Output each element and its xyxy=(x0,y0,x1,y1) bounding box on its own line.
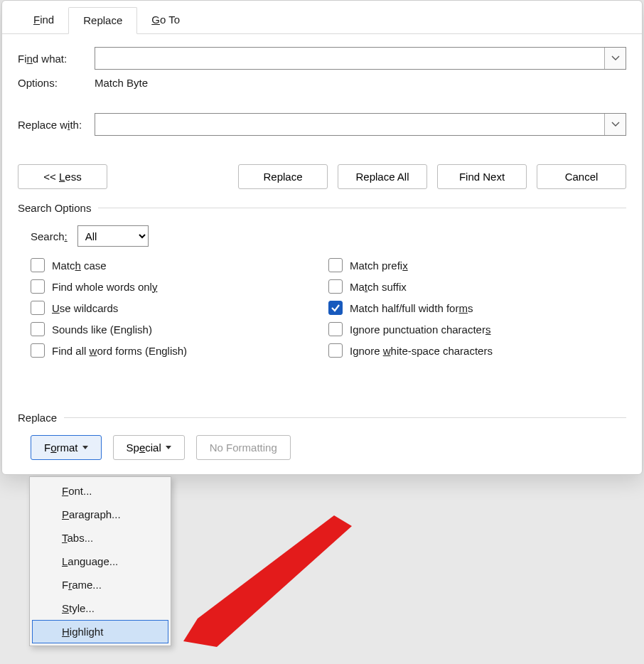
ignore-whitespace-checkbox[interactable]: Ignore white-space characters xyxy=(328,343,626,358)
checkbox-icon xyxy=(31,279,45,294)
chevron-down-icon xyxy=(611,120,620,129)
annotation-arrow-icon xyxy=(171,512,355,661)
search-options-heading: Search Options xyxy=(18,202,91,214)
match-prefix-checkbox[interactable]: Match prefix xyxy=(328,258,626,272)
half-full-width-checkbox[interactable]: Match half/full width forms xyxy=(328,301,626,315)
whole-words-checkbox[interactable]: Find whole words only xyxy=(31,279,328,294)
menu-item-font[interactable]: Font... xyxy=(32,479,168,503)
find-what-label: Find what: xyxy=(18,53,95,65)
match-prefix-label: Match prefix xyxy=(350,259,408,272)
find-what-dropdown-arrow[interactable] xyxy=(604,48,626,69)
chevron-down-icon xyxy=(611,54,620,63)
replace-with-input[interactable] xyxy=(95,114,604,135)
find-what-combo[interactable] xyxy=(95,47,626,70)
replace-section-heading: Replace xyxy=(18,412,57,424)
checkbox-icon xyxy=(328,301,343,315)
word-forms-checkbox[interactable]: Find all word forms (English) xyxy=(31,343,328,358)
options-value: Match Byte xyxy=(95,77,148,89)
match-suffix-label: Match suffix xyxy=(350,281,407,293)
special-button[interactable]: Special xyxy=(113,435,185,460)
menu-item-frame[interactable]: Frame... xyxy=(32,573,168,596)
replace-all-button[interactable]: Replace All xyxy=(338,164,427,189)
menu-item-tabs[interactable]: Tabs... xyxy=(32,526,168,550)
menu-item-highlight[interactable]: Highlight xyxy=(32,620,168,643)
search-direction-label: Search: xyxy=(31,230,68,242)
svg-marker-0 xyxy=(183,515,352,647)
ignore-punctuation-checkbox[interactable]: Ignore punctuation characters xyxy=(328,322,626,336)
divider xyxy=(64,417,626,418)
ignore-whitespace-label: Ignore white-space characters xyxy=(350,345,493,357)
checkbox-icon xyxy=(31,343,45,358)
half-full-width-label: Match half/full width forms xyxy=(350,302,473,314)
sounds-like-checkbox[interactable]: Sounds like (English) xyxy=(31,322,328,336)
find-replace-dialog: Find Replace Go To Find what: Options: M… xyxy=(1,0,643,475)
whole-words-label: Find whole words only xyxy=(52,281,157,293)
tab-goto[interactable]: Go To xyxy=(137,7,194,34)
checkbox-icon xyxy=(31,258,45,272)
replace-button[interactable]: Replace xyxy=(238,164,328,189)
checkbox-icon xyxy=(328,322,343,336)
format-dropdown-menu: Font... Paragraph... Tabs... Language...… xyxy=(29,476,171,646)
tab-replace[interactable]: Replace xyxy=(68,7,137,34)
less-button[interactable]: << Less xyxy=(18,164,107,189)
replace-with-combo[interactable] xyxy=(95,113,626,136)
use-wildcards-label: Use wildcards xyxy=(52,302,118,314)
caret-down-icon xyxy=(166,446,171,449)
caret-down-icon xyxy=(82,446,88,449)
replace-with-dropdown-arrow[interactable] xyxy=(604,114,626,135)
menu-item-language[interactable]: Language... xyxy=(32,550,168,573)
menu-item-style[interactable]: Style... xyxy=(32,596,168,620)
format-button[interactable]: Format xyxy=(31,435,102,460)
use-wildcards-checkbox[interactable]: Use wildcards xyxy=(31,301,328,315)
no-formatting-button: No Formatting xyxy=(196,435,291,460)
sounds-like-label: Sounds like (English) xyxy=(52,323,152,336)
checkbox-icon xyxy=(328,258,343,272)
tab-strip: Find Replace Go To xyxy=(2,6,642,34)
match-case-label: Match case xyxy=(52,259,107,272)
tab-find[interactable]: Find xyxy=(19,7,68,34)
replace-with-label: Replace with: xyxy=(18,119,95,131)
menu-item-paragraph[interactable]: Paragraph... xyxy=(32,503,168,526)
options-label: Options: xyxy=(18,77,95,89)
search-direction-select[interactable]: All xyxy=(77,225,149,247)
checkbox-icon xyxy=(31,322,45,336)
checkbox-icon xyxy=(328,343,343,358)
find-what-input[interactable] xyxy=(95,48,604,69)
divider xyxy=(98,208,626,208)
ignore-punctuation-label: Ignore punctuation characters xyxy=(350,323,490,336)
find-next-button[interactable]: Find Next xyxy=(437,164,527,189)
checkbox-icon xyxy=(328,279,343,294)
word-forms-label: Find all word forms (English) xyxy=(52,345,187,357)
checkbox-icon xyxy=(31,301,45,315)
cancel-button[interactable]: Cancel xyxy=(537,164,626,189)
match-case-checkbox[interactable]: Match case xyxy=(31,258,328,272)
match-suffix-checkbox[interactable]: Match suffix xyxy=(328,279,626,294)
